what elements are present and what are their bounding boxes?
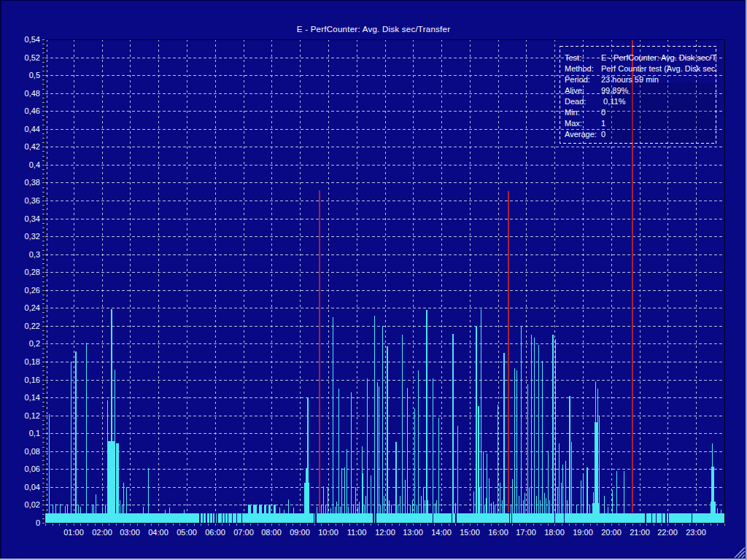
svg-text:23 hours 59 min: 23 hours 59 min bbox=[601, 75, 659, 84]
svg-text:Test:: Test: bbox=[565, 53, 581, 62]
svg-text:0,02: 0,02 bbox=[25, 500, 40, 509]
svg-text:14:00: 14:00 bbox=[431, 528, 452, 537]
svg-text:Dead:: Dead: bbox=[565, 97, 586, 106]
svg-text:07:00: 07:00 bbox=[233, 528, 254, 537]
svg-text:0,16: 0,16 bbox=[25, 376, 40, 384]
svg-text:13:00: 13:00 bbox=[403, 528, 423, 537]
svg-text:0: 0 bbox=[36, 518, 40, 527]
svg-text:0,4: 0,4 bbox=[29, 160, 40, 169]
svg-text:Average:: Average: bbox=[565, 130, 597, 139]
svg-text:02:00: 02:00 bbox=[92, 528, 112, 537]
svg-text:0,36: 0,36 bbox=[25, 196, 40, 205]
svg-text:E - PerfCounter: Avg. Disk sec: E - PerfCounter: Avg. Disk sec/Transfer bbox=[297, 25, 450, 34]
svg-text:01:00: 01:00 bbox=[63, 528, 84, 537]
svg-text:Min:: Min: bbox=[565, 108, 580, 117]
svg-text:04:00: 04:00 bbox=[148, 528, 169, 537]
svg-text:0,1: 0,1 bbox=[29, 429, 40, 438]
svg-text:19:00: 19:00 bbox=[573, 528, 593, 537]
svg-text:0,12: 0,12 bbox=[25, 411, 40, 420]
svg-text:0,46: 0,46 bbox=[25, 106, 40, 115]
svg-text:0,48: 0,48 bbox=[25, 89, 40, 98]
svg-text:0,32: 0,32 bbox=[25, 232, 40, 241]
svg-text:0: 0 bbox=[601, 108, 605, 117]
svg-text:05:00: 05:00 bbox=[177, 528, 197, 537]
svg-text:0,22: 0,22 bbox=[25, 322, 40, 330]
svg-text:0,54: 0,54 bbox=[25, 35, 40, 44]
svg-text:0,3: 0,3 bbox=[29, 250, 40, 259]
svg-text:0,18: 0,18 bbox=[25, 357, 40, 366]
svg-text:17:00: 17:00 bbox=[516, 528, 536, 537]
svg-text:Method:: Method: bbox=[565, 64, 594, 73]
svg-text:0: 0 bbox=[601, 130, 605, 139]
svg-text:22:00: 22:00 bbox=[657, 528, 678, 537]
svg-text:0,44: 0,44 bbox=[25, 125, 40, 133]
svg-text:06:00: 06:00 bbox=[205, 528, 225, 537]
svg-text:16:00: 16:00 bbox=[488, 528, 508, 537]
svg-text:1: 1 bbox=[601, 119, 605, 128]
svg-text:20:00: 20:00 bbox=[601, 528, 622, 537]
svg-text:Period:: Period: bbox=[565, 75, 590, 84]
svg-text:09:00: 09:00 bbox=[290, 528, 310, 537]
svg-text:0,11%: 0,11% bbox=[601, 97, 626, 106]
svg-text:11:00: 11:00 bbox=[347, 528, 367, 537]
svg-text:99,89%: 99,89% bbox=[601, 86, 629, 95]
svg-text:0,26: 0,26 bbox=[25, 286, 40, 295]
svg-text:Alive:: Alive: bbox=[565, 86, 584, 95]
svg-text:Max:: Max: bbox=[565, 119, 582, 128]
svg-text:Perf Counter test (Avg. Disk s: Perf Counter test (Avg. Disk sec/T bbox=[601, 64, 722, 73]
svg-text:0,04: 0,04 bbox=[25, 483, 40, 491]
svg-text:0,24: 0,24 bbox=[25, 303, 40, 312]
svg-text:23:00: 23:00 bbox=[686, 528, 706, 537]
svg-text:18:00: 18:00 bbox=[544, 528, 565, 537]
svg-text:0,28: 0,28 bbox=[25, 268, 40, 276]
svg-text:0,42: 0,42 bbox=[25, 142, 40, 151]
svg-text:0,38: 0,38 bbox=[25, 178, 40, 187]
svg-text:03:00: 03:00 bbox=[120, 528, 140, 537]
svg-text:15:00: 15:00 bbox=[460, 528, 480, 537]
svg-text:0,14: 0,14 bbox=[25, 393, 40, 402]
svg-text:E - PerfCounter: Avg. Disk sec: E - PerfCounter: Avg. Disk sec/Tr bbox=[601, 53, 719, 62]
svg-text:08:00: 08:00 bbox=[261, 528, 282, 537]
svg-text:0,08: 0,08 bbox=[25, 447, 40, 456]
svg-text:0,5: 0,5 bbox=[29, 71, 40, 79]
svg-text:12:00: 12:00 bbox=[375, 528, 395, 537]
svg-text:21:00: 21:00 bbox=[630, 528, 650, 537]
svg-text:0,2: 0,2 bbox=[29, 339, 40, 348]
svg-text:0,52: 0,52 bbox=[25, 53, 40, 62]
svg-text:0,34: 0,34 bbox=[25, 214, 40, 223]
svg-text:0,06: 0,06 bbox=[25, 464, 40, 473]
svg-text:10:00: 10:00 bbox=[318, 528, 338, 537]
